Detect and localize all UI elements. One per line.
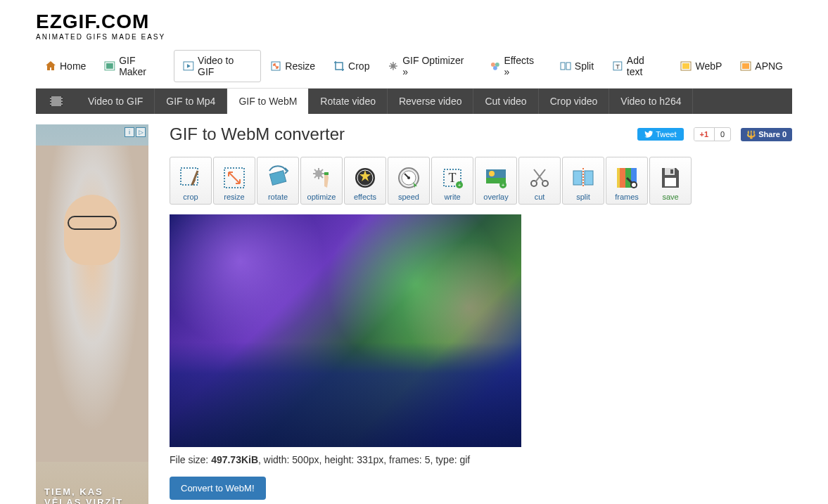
tool-rotate[interactable]: rotate <box>257 157 299 205</box>
ad-close-icon[interactable]: ▷ <box>136 127 146 137</box>
nav-crop[interactable]: Crop <box>324 50 378 82</box>
tool-label: write <box>444 193 460 201</box>
svg-rect-25 <box>61 105 63 106</box>
svg-rect-19 <box>50 99 51 101</box>
tool-speed[interactable]: speed <box>388 157 430 205</box>
nav-main: Home GIF Maker Video to GIF Resize Crop … <box>36 44 792 89</box>
tool-frames[interactable]: frames <box>606 157 648 205</box>
gif-icon <box>104 60 115 72</box>
subnav-gif-to-mp4[interactable]: GIF to Mp4 <box>155 89 227 114</box>
subnav-video-to-h264[interactable]: Video to h264 <box>609 89 693 114</box>
social-buttons: Tweet +10 🔱 Share 0 <box>637 127 792 141</box>
svg-text:+: + <box>502 182 505 188</box>
nav-home[interactable]: Home <box>36 50 95 82</box>
apng-icon <box>740 60 751 72</box>
svg-rect-9 <box>561 63 565 70</box>
svg-rect-1 <box>106 63 113 69</box>
subnav-rotate-video[interactable]: Rotate video <box>309 89 388 114</box>
tool-label: speed <box>398 193 419 201</box>
svg-point-6 <box>491 63 495 67</box>
nav-label: Crop <box>348 60 369 72</box>
gplus-label: +1 <box>694 128 715 141</box>
file-rest: , width: 500px, height: 331px, frames: 5… <box>258 454 470 465</box>
svg-rect-30 <box>324 172 329 175</box>
svg-text:T: T <box>449 171 457 185</box>
gplus-button[interactable]: +10 <box>694 127 732 141</box>
tool-label: optimize <box>307 193 336 201</box>
convert-button[interactable]: Convert to WebM! <box>170 477 266 500</box>
video-icon <box>183 60 194 72</box>
film-icon <box>36 91 77 112</box>
nav-label: GIF Optimizer » <box>402 55 471 77</box>
nav-label: APNG <box>755 60 783 72</box>
nav-webp[interactable]: WebP <box>671 50 731 82</box>
cut-tool-icon <box>526 164 554 191</box>
tool-cut[interactable]: cut <box>518 157 561 205</box>
tool-overlay[interactable]: +overlay <box>475 157 517 205</box>
svg-text:T: T <box>616 63 620 70</box>
tool-resize[interactable]: resize <box>213 157 255 205</box>
webp-icon <box>680 60 692 72</box>
main-content: GIF to WebM converter Tweet +10 🔱 Share … <box>170 124 792 504</box>
tool-label: overlay <box>483 193 508 201</box>
tool-crop[interactable]: crop <box>170 157 212 205</box>
svg-rect-20 <box>50 102 51 103</box>
crop-icon <box>333 60 345 72</box>
subnav-reverse-video[interactable]: Reverse video <box>388 89 474 114</box>
nav-add-text[interactable]: TAdd text <box>603 50 671 82</box>
svg-rect-28 <box>269 171 286 186</box>
home-icon <box>45 60 56 72</box>
tool-optimize[interactable]: optimize <box>300 157 343 205</box>
fb-label: Share 0 <box>758 130 786 138</box>
nav-split[interactable]: Split <box>551 50 603 82</box>
svg-rect-24 <box>61 102 63 103</box>
split-tool-icon <box>569 164 597 191</box>
nav-apng[interactable]: APNG <box>731 50 792 82</box>
nav-optimizer[interactable]: GIF Optimizer » <box>378 50 480 82</box>
nav-resize[interactable]: Resize <box>261 50 324 82</box>
write-tool-icon: T+ <box>438 164 466 191</box>
tool-label: effects <box>354 193 376 201</box>
ad-info-icon[interactable]: i <box>125 127 134 137</box>
file-size: 497.73KiB <box>211 454 258 465</box>
svg-point-7 <box>495 63 499 67</box>
logo[interactable]: EZGIF.COM <box>36 11 792 33</box>
tool-split[interactable]: split <box>562 157 604 205</box>
svg-point-35 <box>407 176 410 179</box>
tool-effects[interactable]: effects <box>344 157 386 205</box>
speed-tool-icon <box>395 164 423 191</box>
nav-label: Effects » <box>504 55 541 77</box>
nav-label: Split <box>575 60 594 72</box>
overlay-tool-icon: + <box>482 164 510 191</box>
subnav-video-to-gif[interactable]: Video to GIF <box>77 89 155 114</box>
tool-save[interactable]: save <box>649 157 692 205</box>
split-icon <box>560 60 571 72</box>
svg-rect-23 <box>61 99 63 101</box>
gplus-count: 0 <box>714 128 730 141</box>
subnav-gif-to-webm[interactable]: GIF to WebM <box>227 89 309 114</box>
nav-gif-maker[interactable]: GIF Maker <box>95 50 174 82</box>
subnav-cut-video[interactable]: Cut video <box>473 89 538 114</box>
optimize-tool-icon <box>307 164 336 191</box>
svg-rect-18 <box>50 96 51 98</box>
header: EZGIF.COM ANIMATED GIFS MADE EASY <box>36 0 792 44</box>
nav-effects[interactable]: Effects » <box>480 50 551 82</box>
subnav-crop-video[interactable]: Crop video <box>539 89 610 114</box>
nav-label: WebP <box>695 60 722 72</box>
fb-share-button[interactable]: 🔱 Share 0 <box>741 128 792 141</box>
nav-sub: Video to GIF GIF to Mp4 GIF to WebM Rota… <box>36 89 792 114</box>
svg-rect-14 <box>682 63 689 69</box>
svg-rect-48 <box>585 171 593 185</box>
file-info-label: File size: <box>170 454 211 465</box>
ad-badge[interactable]: i▷ <box>125 127 146 137</box>
ad-box[interactable]: i▷ TIEM, KAS VĒLAS VIRZĪT <box>36 124 148 504</box>
svg-point-8 <box>493 66 497 70</box>
file-info: File size: 497.73KiB, width: 500px, heig… <box>170 454 792 465</box>
svg-point-42 <box>489 171 495 176</box>
tool-write[interactable]: T+write <box>431 157 473 205</box>
svg-rect-52 <box>617 168 620 188</box>
tweet-button[interactable]: Tweet <box>637 128 683 141</box>
svg-rect-56 <box>665 178 676 186</box>
nav-video-to-gif[interactable]: Video to GIF <box>174 50 261 82</box>
tagline: ANIMATED GIFS MADE EASY <box>36 33 792 41</box>
